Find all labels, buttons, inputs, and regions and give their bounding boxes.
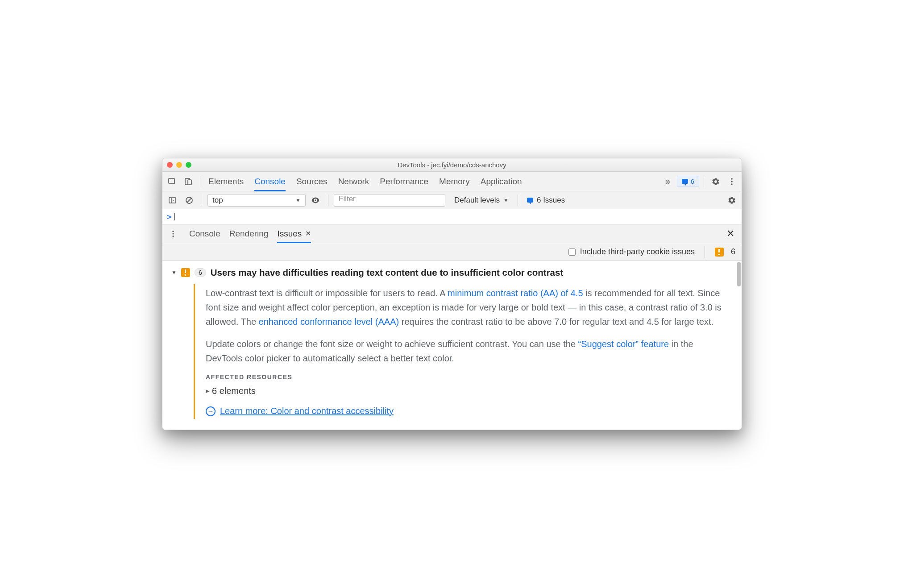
issue-title: Users may have difficulties reading text… [211,267,564,278]
third-party-label: Include third-party cookie issues [580,247,695,257]
affected-resources-item[interactable]: ▶ 6 elements [206,386,727,396]
issue-description-2: Update colors or change the font size or… [206,337,727,365]
divider [200,176,200,187]
svg-rect-2 [188,180,191,185]
main-tabs: Elements Console Sources Network Perform… [205,172,522,191]
divider [518,195,518,206]
svg-rect-0 [169,178,174,183]
sidebar-toggle-icon[interactable] [165,193,179,207]
main-toolbar: Elements Console Sources Network Perform… [162,172,742,191]
disclosure-triangle-icon[interactable]: ▼ [171,269,177,276]
issues-panel: ▼ 6 Users may have difficulties reading … [162,261,742,430]
chevron-down-icon: ▼ [295,197,301,203]
checkbox-icon [568,248,576,256]
svg-point-10 [172,230,174,232]
svg-point-4 [731,181,733,182]
issue-content: Low-contrast text is difficult or imposs… [194,284,732,419]
tab-elements[interactable]: Elements [208,172,244,191]
affected-item-label: 6 elements [212,386,256,396]
window-title: DevTools - jec.fyi/demo/cds-anchovy [162,161,742,169]
drawer-more-icon[interactable] [166,227,180,241]
arrow-circle-icon: → [206,406,216,416]
more-options-icon[interactable] [725,174,739,189]
tab-console[interactable]: Console [254,172,286,191]
issues-badge[interactable]: 6 [677,176,699,187]
scrollbar[interactable] [736,261,741,430]
more-tabs-icon[interactable]: » [661,174,675,189]
tab-network[interactable]: Network [338,172,369,191]
drawer-tab-issues-label: Issues [277,229,302,239]
learn-more-row: → Learn more: Color and contrast accessi… [206,406,727,416]
log-level-select[interactable]: Default levels ▼ [454,196,509,205]
tab-application[interactable]: Application [481,172,522,191]
drawer-tab-console[interactable]: Console [189,224,220,243]
divider [705,246,705,258]
tab-performance[interactable]: Performance [380,172,428,191]
clear-console-icon[interactable] [182,193,196,207]
learn-more-link[interactable]: Learn more: Color and contrast accessibi… [220,406,394,416]
issues-total-count: 6 [731,247,735,257]
filter-input[interactable]: Filter [334,194,445,207]
console-toolbar: top ▼ Filter Default levels ▼ 6 Issues [162,191,742,209]
device-toolbar-icon[interactable] [181,174,195,189]
svg-rect-6 [169,198,175,203]
drawer-tabs: Console Rendering Issues ✕ ✕ [162,224,742,243]
zoom-window-button[interactable] [186,162,191,168]
issues-badge-count: 6 [691,178,694,185]
svg-point-12 [172,235,174,236]
settings-icon[interactable] [709,174,723,189]
close-window-button[interactable] [167,162,173,168]
chevron-down-icon: ▼ [503,197,509,203]
issues-bubble-icon [527,198,533,203]
console-prompt[interactable]: > [162,209,742,224]
affected-resources-heading: AFFECTED RESOURCES [206,373,727,381]
titlebar: DevTools - jec.fyi/demo/cds-anchovy [162,158,742,172]
drawer-tab-rendering[interactable]: Rendering [229,224,269,243]
warning-icon [715,248,724,257]
warning-icon [181,268,190,277]
close-drawer-icon[interactable]: ✕ [723,226,738,241]
issues-options-bar: Include third-party cookie issues 6 [162,243,742,261]
context-select[interactable]: top ▼ [207,194,306,207]
disclosure-right-icon: ▶ [206,388,209,394]
issue-header[interactable]: ▼ 6 Users may have difficulties reading … [171,267,732,278]
link-contrast-aa[interactable]: minimum contrast ratio (AA) of 4.5 [448,288,583,298]
tab-sources[interactable]: Sources [296,172,328,191]
context-value: top [212,196,223,205]
svg-point-11 [172,233,174,234]
inspect-element-icon[interactable] [165,174,179,189]
log-level-label: Default levels [454,196,500,205]
console-settings-icon[interactable] [725,193,739,207]
text-cursor [174,213,175,220]
issues-bubble-icon [682,179,688,184]
drawer-tab-issues[interactable]: Issues ✕ [277,224,311,243]
link-suggest-color[interactable]: “Suggest color” feature [578,339,669,349]
divider [202,195,202,206]
divider [328,195,328,206]
close-tab-icon[interactable]: ✕ [305,229,311,238]
minimize-window-button[interactable] [176,162,182,168]
issue-description-1: Low-contrast text is difficult or imposs… [206,286,727,329]
link-contrast-aaa[interactable]: enhanced conformance level (AAA) [259,317,399,327]
filter-placeholder: Filter [339,195,356,203]
svg-point-5 [731,183,733,185]
window-controls [167,162,191,168]
prompt-caret-icon: > [167,212,172,221]
third-party-checkbox[interactable]: Include third-party cookie issues [568,247,695,257]
svg-line-9 [187,198,191,203]
live-expression-icon[interactable] [308,193,323,207]
tab-memory[interactable]: Memory [439,172,470,191]
devtools-window: DevTools - jec.fyi/demo/cds-anchovy Elem… [162,158,742,430]
svg-point-3 [731,178,733,180]
divider [704,176,704,187]
issue-count-pill: 6 [195,268,206,277]
console-issues-label: 6 Issues [537,196,565,205]
scroll-thumb[interactable] [737,262,741,286]
console-issues-link[interactable]: 6 Issues [527,196,565,205]
